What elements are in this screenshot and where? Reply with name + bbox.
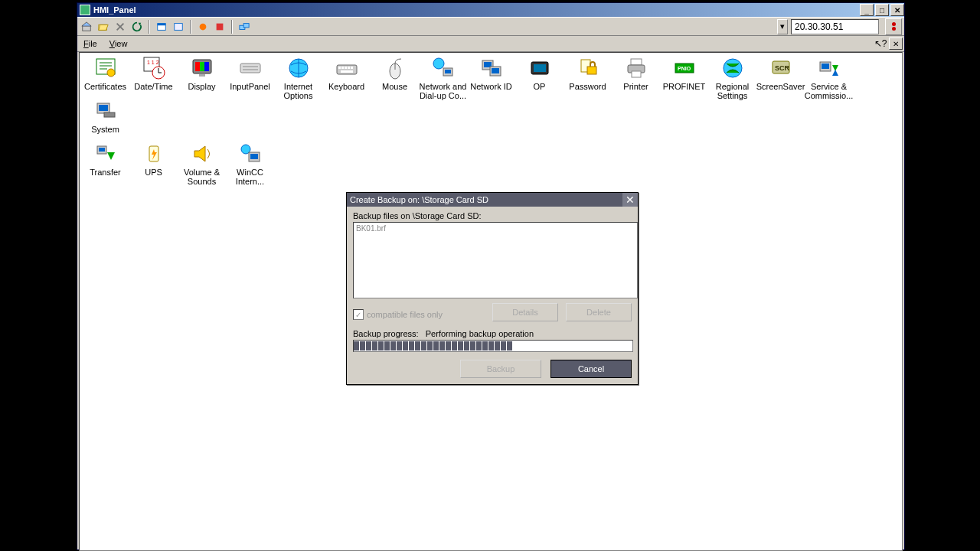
svg-point-40 <box>433 58 444 69</box>
tb-record-icon[interactable] <box>196 20 210 34</box>
lock-icon <box>576 56 600 80</box>
svg-rect-25 <box>204 62 209 71</box>
backup-file-list[interactable]: BK01.brf <box>353 222 638 298</box>
icon-display[interactable]: Display <box>178 56 226 99</box>
icon-keyboard[interactable]: Keyboard <box>322 56 371 99</box>
backup-file-entry: BK01.brf <box>356 224 386 233</box>
context-help-icon[interactable]: ↖? <box>874 37 887 50</box>
dialog-close-button[interactable]: ✕ <box>622 193 638 207</box>
icon-transfer[interactable]: Transfer <box>81 142 129 183</box>
svg-rect-51 <box>631 59 642 65</box>
svg-marker-71 <box>194 146 205 161</box>
icon-internet[interactable]: Internet Options <box>274 56 322 99</box>
cancel-button[interactable]: Cancel <box>550 360 632 378</box>
menu-view[interactable]: View <box>103 37 134 50</box>
menu-file[interactable]: File <box>77 37 103 50</box>
icon-service[interactable]: Service & Commissio... <box>805 56 853 99</box>
minimize-button[interactable]: _ <box>860 4 874 16</box>
svg-rect-8 <box>158 23 166 25</box>
window-title: HMI_Panel <box>93 5 136 15</box>
inputpanel-icon <box>238 56 263 80</box>
svg-rect-67 <box>99 148 105 152</box>
tb-tools-icon[interactable] <box>113 20 127 34</box>
control-panel-content: Certificates 1 1 2Date/Time Display Inpu… <box>79 52 903 551</box>
icon-password[interactable]: Password <box>564 56 612 99</box>
svg-rect-9 <box>175 23 183 30</box>
svg-point-10 <box>200 23 207 30</box>
network-icon <box>431 56 456 80</box>
tb-refresh-icon[interactable] <box>130 20 144 34</box>
tb-open-icon[interactable] <box>96 20 110 34</box>
maximize-button[interactable]: □ <box>875 4 889 16</box>
tb-window-icon[interactable] <box>155 20 168 34</box>
svg-text:1 1 2: 1 1 2 <box>147 60 159 65</box>
icon-certificates[interactable]: Certificates <box>81 56 129 99</box>
progress-bar <box>353 340 633 352</box>
details-button: Details <box>492 303 558 321</box>
backup-list-label: Backup files on \Storage Card SD: <box>353 211 632 220</box>
profinet-icon: PNIO <box>672 56 697 80</box>
icon-printer[interactable]: Printer <box>612 56 660 99</box>
display-icon <box>190 56 214 80</box>
svg-rect-48 <box>534 64 546 72</box>
progress-fill <box>354 341 515 351</box>
svg-rect-27 <box>240 64 260 73</box>
progress-label: Backup progress: <box>353 329 419 338</box>
wincc-icon <box>238 142 263 166</box>
tb-app-icon[interactable] <box>172 20 185 34</box>
icon-regional[interactable]: Regional Settings <box>708 56 756 99</box>
svg-rect-74 <box>250 154 258 159</box>
tb-screens-icon[interactable] <box>237 20 251 34</box>
svg-rect-32 <box>338 67 341 69</box>
icon-system[interactable]: System <box>81 99 129 142</box>
progress-status: Performing backup operation <box>426 329 534 338</box>
icon-network-id[interactable]: Network ID <box>467 56 515 99</box>
svg-rect-65 <box>104 112 115 117</box>
icon-datetime[interactable]: 1 1 2Date/Time <box>129 56 178 99</box>
close-button[interactable]: ✕ <box>890 4 904 16</box>
svg-rect-34 <box>345 67 347 69</box>
svg-rect-31 <box>337 65 357 74</box>
ip-address-field[interactable]: 20.30.30.51 <box>791 19 879 34</box>
op-icon <box>528 56 552 80</box>
titlebar: HMI_Panel _ □ ✕ <box>77 3 904 17</box>
tb-home-icon[interactable] <box>80 20 93 34</box>
svg-rect-53 <box>632 71 641 77</box>
network-id-icon <box>479 56 504 80</box>
icon-op[interactable]: OP <box>515 56 564 99</box>
svg-marker-68 <box>107 152 115 160</box>
screensaver-icon: SCR <box>769 56 793 80</box>
svg-rect-24 <box>200 62 204 71</box>
svg-point-56 <box>724 59 742 77</box>
compatible-label: compatible files only <box>367 310 443 319</box>
app-window: HMI_Panel _ □ ✕ ▾ 20.30.30.51 <box>77 2 905 550</box>
tb-stop-icon[interactable] <box>213 20 227 34</box>
svg-rect-23 <box>195 62 200 71</box>
certificate-icon <box>93 56 118 80</box>
icon-network-conn[interactable]: Network and Dial-up Co... <box>419 56 467 99</box>
regional-icon <box>720 56 745 80</box>
svg-rect-37 <box>341 70 353 73</box>
compatible-checkbox-row: ✓ compatible files only <box>353 309 443 320</box>
app-icon <box>80 5 90 15</box>
icon-wincc[interactable]: WinCC Intern... <box>226 142 274 183</box>
connection-status-icon <box>885 18 902 35</box>
child-close-button[interactable]: ✕ <box>889 37 903 50</box>
svg-point-15 <box>107 69 115 77</box>
svg-rect-11 <box>217 23 224 30</box>
icon-mouse[interactable]: Mouse <box>371 56 419 99</box>
ip-dropdown-arrow[interactable]: ▾ <box>777 19 788 34</box>
icon-screensaver[interactable]: SCRScreenSaver <box>756 56 805 99</box>
icon-volume[interactable]: Volume & Sounds <box>178 142 226 183</box>
icon-ups[interactable]: UPS <box>129 142 178 183</box>
dialog-title: Create Backup on: \Storage Card SD <box>350 195 488 204</box>
backup-button: Backup <box>460 360 541 378</box>
printer-icon <box>624 56 648 80</box>
svg-marker-62 <box>832 70 838 76</box>
icon-inputpanel[interactable]: InputPanel <box>226 56 274 99</box>
keyboard-icon <box>335 56 359 80</box>
svg-text:PNIO: PNIO <box>678 66 691 71</box>
backup-dialog: Create Backup on: \Storage Card SD ✕ Bac… <box>346 192 639 385</box>
icon-profinet[interactable]: PNIOPROFINET <box>660 56 708 99</box>
globe-icon <box>286 56 311 80</box>
